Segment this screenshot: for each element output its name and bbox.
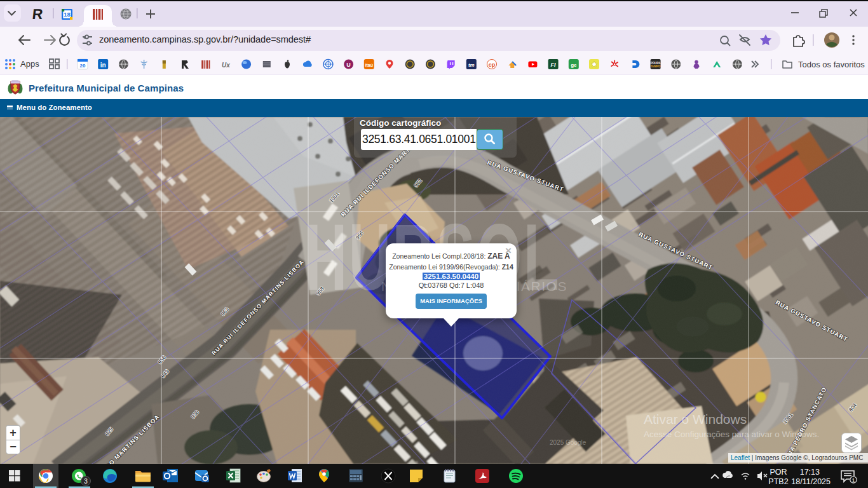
svg-text:18/11/2025: 18/11/2025 <box>791 477 831 486</box>
svg-text:TEMPO: TEMPO <box>651 65 661 68</box>
svg-text:FI: FI <box>551 62 556 68</box>
svg-text:tm: tm <box>468 62 475 68</box>
svg-text:R: R <box>32 6 44 22</box>
svg-text:cp: cp <box>489 62 496 68</box>
svg-text:ge: ge <box>571 62 577 68</box>
svg-text:2025 Google: 2025 Google <box>550 439 587 446</box>
svg-text:POR: POR <box>770 468 787 477</box>
svg-text:Todos os favoritos: Todos os favoritos <box>798 60 865 69</box>
svg-text:18: 18 <box>64 11 71 18</box>
svg-text:U: U <box>346 62 351 68</box>
svg-text:Ux: Ux <box>222 62 230 69</box>
svg-text:PTB2: PTB2 <box>768 477 788 486</box>
svg-text:1: 1 <box>851 477 855 484</box>
svg-text:in: in <box>100 62 106 69</box>
svg-text:20: 20 <box>80 63 86 69</box>
svg-text:17:13: 17:13 <box>800 468 820 477</box>
svg-text:itaú: itaú <box>365 63 373 67</box>
svg-text:3: 3 <box>84 478 88 485</box>
